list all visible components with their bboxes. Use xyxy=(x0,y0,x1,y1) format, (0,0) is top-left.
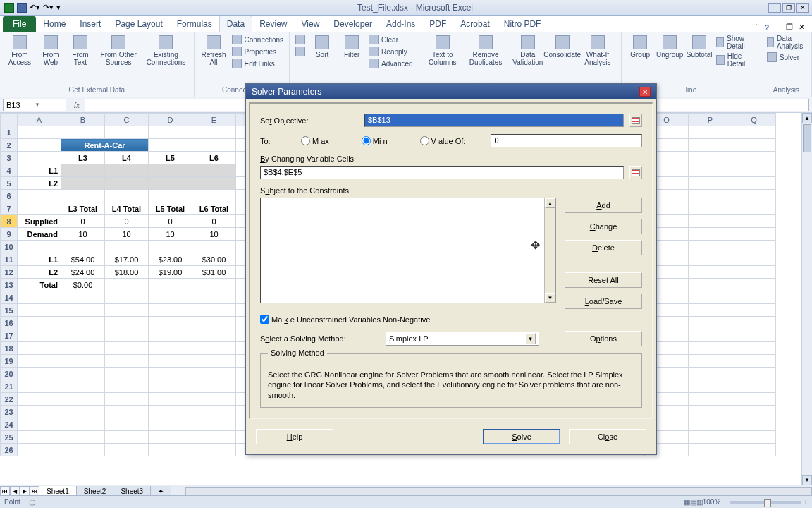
close-dialog-button[interactable]: Close xyxy=(569,429,646,445)
help-icon[interactable]: ? xyxy=(764,23,769,32)
consolidate-button[interactable]: Consolidate xyxy=(548,34,577,60)
tab-insert[interactable]: Insert xyxy=(73,16,108,32)
row-header[interactable]: 5 xyxy=(1,177,18,190)
save-icon[interactable] xyxy=(17,3,27,13)
subtotal-button[interactable]: Subtotal xyxy=(685,34,713,60)
qat-dropdown-icon[interactable]: ▾ xyxy=(56,3,61,12)
row-header[interactable]: 25 xyxy=(1,431,18,444)
col-header[interactable]: E xyxy=(192,114,236,126)
ungroup-button[interactable]: Ungroup xyxy=(656,34,684,60)
close-button[interactable]: ✕ xyxy=(796,3,809,13)
view-normal-icon[interactable]: ▦ xyxy=(684,498,690,506)
tab-formulas[interactable]: Formulas xyxy=(170,16,219,32)
col-header[interactable]: B xyxy=(61,114,105,126)
row-header[interactable]: 24 xyxy=(1,418,18,431)
sort-az-button[interactable] xyxy=(294,34,307,45)
row-header[interactable]: 3 xyxy=(1,152,18,164)
zoom-slider[interactable] xyxy=(730,501,801,504)
row-header[interactable]: 16 xyxy=(1,317,18,329)
tab-nitro[interactable]: Nitro PDF xyxy=(497,16,548,32)
group-button[interactable]: Group xyxy=(626,34,654,60)
max-radio[interactable]: Max xyxy=(301,136,329,145)
tab-home[interactable]: Home xyxy=(36,16,73,32)
window-restore-icon[interactable]: ❐ xyxy=(786,23,793,32)
row-header[interactable]: 17 xyxy=(1,329,18,342)
changing-cells-input[interactable]: $B$4:$E$5 xyxy=(260,166,624,179)
filter-button[interactable]: Filter xyxy=(338,34,366,60)
vertical-scrollbar[interactable]: ▲ ▼ xyxy=(801,113,812,485)
tab-file[interactable]: File xyxy=(3,16,36,32)
nonneg-checkbox[interactable]: Make Unconstrained Variables Non-Negativ… xyxy=(260,315,642,324)
tab-acrobat[interactable]: Acrobat xyxy=(453,16,496,32)
row-header[interactable]: 12 xyxy=(1,266,18,279)
scroll-thumb[interactable] xyxy=(803,124,811,152)
tab-review[interactable]: Review xyxy=(252,16,294,32)
macro-record-icon[interactable]: ▢ xyxy=(29,498,35,506)
redo-icon[interactable]: ↷▾ xyxy=(43,3,54,12)
from-web-button[interactable]: From Web xyxy=(37,34,65,68)
objective-ref-button[interactable] xyxy=(629,114,642,127)
hide-detail-button[interactable]: Hide Detail xyxy=(715,52,756,68)
row-header[interactable]: 7 xyxy=(1,202,18,215)
show-detail-button[interactable]: Show Detail xyxy=(715,34,756,51)
zoom-out-icon[interactable]: − xyxy=(723,498,727,506)
add-button[interactable]: Add xyxy=(565,198,642,213)
row-header[interactable]: 1 xyxy=(1,126,18,139)
row-header[interactable]: 15 xyxy=(1,304,18,317)
row-header[interactable]: 18 xyxy=(1,342,18,355)
edit-links-button[interactable]: Edit Links xyxy=(230,58,285,69)
restore-button[interactable]: ❐ xyxy=(782,3,795,13)
row-header[interactable]: 8 xyxy=(1,215,18,228)
row-header[interactable]: 23 xyxy=(1,406,18,418)
reset-all-button[interactable]: Reset All xyxy=(565,272,642,288)
scroll-up-icon[interactable]: ▲ xyxy=(802,113,812,123)
connections-button[interactable]: Connections xyxy=(230,34,285,45)
value-of-input[interactable]: 0 xyxy=(491,134,642,147)
data-analysis-button[interactable]: Data Analysis xyxy=(765,34,807,51)
refresh-all-button[interactable]: Refresh All xyxy=(199,34,229,68)
select-all-corner[interactable] xyxy=(1,114,18,126)
tab-developer[interactable]: Developer xyxy=(326,16,379,32)
row-header[interactable]: 4 xyxy=(1,164,18,177)
from-other-sources-button[interactable]: From Other Sources xyxy=(96,34,141,68)
selected-cell[interactable]: $0.00 xyxy=(61,279,105,291)
clear-button[interactable]: Clear xyxy=(367,34,414,45)
row-header[interactable]: 19 xyxy=(1,355,18,368)
value-of-radio[interactable]: Value Of: xyxy=(420,136,466,145)
existing-connections-button[interactable]: Existing Connections xyxy=(142,34,189,68)
tab-pdf[interactable]: PDF xyxy=(422,16,453,32)
row-header[interactable]: 21 xyxy=(1,380,18,393)
tab-addins[interactable]: Add-Ins xyxy=(379,16,422,32)
scroll-down-icon[interactable]: ▼ xyxy=(802,475,812,485)
solving-method-select[interactable]: Simplex LP▼ xyxy=(386,332,539,346)
load-save-button[interactable]: Load/Save xyxy=(565,294,642,309)
changing-ref-button[interactable] xyxy=(629,166,642,179)
constraints-scrollbar[interactable]: ▲▼ xyxy=(544,198,555,303)
delete-button[interactable]: Delete xyxy=(565,240,642,255)
fx-icon[interactable]: fx xyxy=(72,100,82,110)
dialog-close-button[interactable]: ✕ xyxy=(639,87,651,97)
sort-button[interactable]: Sort xyxy=(308,34,336,60)
row-header[interactable]: 20 xyxy=(1,368,18,380)
tab-view[interactable]: View xyxy=(295,16,327,32)
undo-icon[interactable]: ↶▾ xyxy=(30,3,40,12)
min-radio[interactable]: Min xyxy=(362,136,388,145)
reapply-button[interactable]: Reapply xyxy=(367,46,414,57)
row-header[interactable]: 9 xyxy=(1,228,18,241)
help-button[interactable]: Help xyxy=(256,429,333,445)
data-validation-button[interactable]: Data Validation xyxy=(510,34,546,68)
row-header[interactable]: 2 xyxy=(1,139,18,152)
options-button[interactable]: Options xyxy=(565,331,642,346)
tab-data[interactable]: Data xyxy=(219,16,252,32)
change-button[interactable]: Change xyxy=(565,219,642,234)
row-header[interactable]: 10 xyxy=(1,241,18,253)
window-close-icon[interactable]: ✕ xyxy=(799,23,805,32)
advanced-button[interactable]: Advanced xyxy=(367,58,414,69)
col-header[interactable]: P xyxy=(689,114,732,126)
remove-duplicates-button[interactable]: Remove Duplicates xyxy=(463,34,508,68)
col-header[interactable]: C xyxy=(105,114,149,126)
window-minimize-icon[interactable]: ─ xyxy=(775,23,780,32)
from-access-button[interactable]: From Access xyxy=(4,34,35,68)
name-box[interactable]: B13▼ xyxy=(3,99,66,111)
solver-button[interactable]: Solver xyxy=(765,52,807,63)
